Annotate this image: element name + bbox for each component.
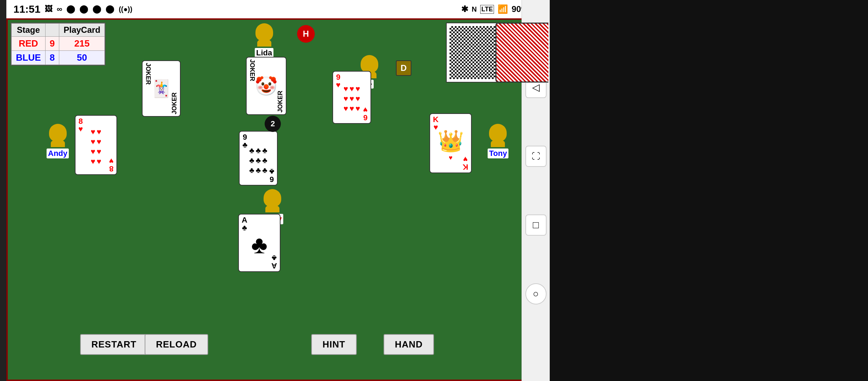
card-8h-suit-top: ♥ xyxy=(78,125,83,133)
card-kh-corner-bottom: K ♥ xyxy=(463,155,468,171)
tony-label: Tony xyxy=(488,149,508,158)
card-9c-corner-top: 9 ♣ xyxy=(242,133,247,149)
king-figure: 👑 xyxy=(438,128,464,153)
card-8h-corner-top: 8 ♥ xyxy=(78,117,83,133)
status-icon-1: ∞ xyxy=(57,5,62,14)
chrome-icon-2: ⬤ xyxy=(79,5,88,14)
restart-button[interactable]: RESTART xyxy=(80,334,148,355)
badge-d: D xyxy=(396,60,411,76)
bluetooth-icon: ✱ xyxy=(461,4,468,14)
score-table: Stage PlayCard RED 9 215 BLUE 8 50 xyxy=(11,23,106,66)
phone-screen: 11:51 🖼 ∞ ⬤ ⬤ ⬤ ⬤ ((●)) ✱ N LTE 📶 90% 🔋 … xyxy=(6,0,550,381)
card-ace-center: ♣ xyxy=(251,231,267,259)
hint-button[interactable]: HINT xyxy=(311,334,357,355)
screenshot-icon: 🖼 xyxy=(45,5,53,14)
card-8h-center: ♥ ♥ ♥ ♥ ♥ ♥ ♥ ♥ xyxy=(91,127,101,166)
chrome-icon-4: ⬤ xyxy=(106,5,114,14)
card-9-clubs[interactable]: 9 ♣ ♣ ♣ ♣ ♣ ♣ ♣ ♣ ♣ ♣ xyxy=(239,131,278,186)
status-bar-left: 11:51 🖼 ∞ ⬤ ⬤ ⬤ ⬤ ((●)) xyxy=(13,3,132,15)
status-time: 11:51 xyxy=(13,3,41,15)
expand-button[interactable]: ⛶ xyxy=(525,146,547,167)
red-stage: 9 xyxy=(45,37,59,51)
card-9c-corner-bottom: 6 ♣ xyxy=(269,168,274,183)
joker-center-figure: 🤡 xyxy=(255,77,278,95)
lida-label: Lida xyxy=(255,48,273,58)
hand-button[interactable]: HAND xyxy=(384,334,434,355)
card-ace-corner-top: A ♣ xyxy=(242,216,247,232)
card-9-hearts[interactable]: 9 ♥ ♥ ♥ ♥ ♥ ♥ ♥ ♥ ♥ ♥ xyxy=(332,71,371,124)
square-button[interactable]: □ xyxy=(525,214,547,236)
card-ace-clubs[interactable]: A ♣ ♣ A ♣ xyxy=(238,214,281,272)
col-header-playcard: PlayCard xyxy=(59,24,105,37)
player-lida: Lida xyxy=(255,23,273,58)
status-bar: 11:51 🖼 ∞ ⬤ ⬤ ⬤ ⬤ ((●)) ✱ N LTE 📶 90% 🔋 xyxy=(6,0,550,18)
blue-team-label: BLUE xyxy=(12,51,46,65)
card-9h-corner-bottom: 6 ♥ xyxy=(363,106,368,121)
card-king-hearts[interactable]: K ♥ 👑 ♥ K ♥ xyxy=(429,113,472,173)
joker-center-text-bottom: JOKER xyxy=(277,91,284,113)
card-deck[interactable] xyxy=(495,23,550,83)
card-kh-corner-top: K ♥ xyxy=(433,116,439,131)
joker-left-text-bottom: JOKER xyxy=(171,92,178,114)
reload-button[interactable]: RELOAD xyxy=(145,334,208,355)
ace-figure: ♣ xyxy=(251,231,267,259)
signal-icon: 📶 xyxy=(498,4,508,14)
terry-avatar-piece xyxy=(264,189,281,207)
badge-h: H xyxy=(297,25,315,43)
game-area: Stage PlayCard RED 9 215 BLUE 8 50 xyxy=(6,18,550,381)
card-8-hearts[interactable]: 8 ♥ ♥ ♥ ♥ ♥ ♥ ♥ ♥ ♥ xyxy=(75,115,117,175)
card-9h-corner-top: 9 ♥ xyxy=(336,73,340,89)
right-black-area xyxy=(550,0,868,381)
joker-left-figure: 🃏 xyxy=(151,80,172,97)
tony-avatar-piece xyxy=(489,124,507,141)
card-ace-corner-bottom: A ♣ xyxy=(271,254,277,270)
card-joker-left[interactable]: JOKER 🃏 JOKER xyxy=(142,60,181,117)
card-8h-rank-top: 8 xyxy=(78,117,83,125)
wifi-icon: ((●)) xyxy=(119,5,132,13)
blue-playcard: 50 xyxy=(59,51,105,65)
phone-left-edge xyxy=(0,0,6,381)
red-team-label: RED xyxy=(12,37,46,51)
chrome-icon-1: ⬤ xyxy=(66,5,75,14)
lida-avatar-piece xyxy=(255,23,273,41)
card-9h-center: ♥ ♥ ♥ ♥ ♥ ♥ ♥ ♥ ♥ xyxy=(343,84,360,113)
col-header-empty xyxy=(45,24,59,37)
right-top-avatar-piece xyxy=(361,55,378,73)
player-andy: Andy xyxy=(47,124,69,158)
circle-button[interactable]: ○ xyxy=(525,283,547,304)
chrome-icon-3: ⬤ xyxy=(92,5,101,14)
col-header-stage: Stage xyxy=(12,24,46,37)
card-9c-center: ♣ ♣ ♣ ♣ ♣ ♣ ♣ ♣ ♣ xyxy=(249,146,267,175)
joker-center-text-top: JOKER xyxy=(248,59,256,81)
red-playcard: 215 xyxy=(59,37,105,51)
card-kh-center: 👑 ♥ xyxy=(438,128,464,162)
andy-avatar-piece xyxy=(49,124,67,141)
nfc-icon: N xyxy=(472,5,477,13)
player-tony: Tony xyxy=(488,124,508,158)
badge-num-2: 2 xyxy=(265,116,281,132)
card-joker-center[interactable]: JOKER 🤡 JOKER xyxy=(246,57,287,115)
blue-stage: 8 xyxy=(45,51,59,65)
andy-label: Andy xyxy=(47,149,69,158)
joker-left-text-top: JOKER xyxy=(144,63,152,85)
card-8h-corner-bottom: 8 ♥ xyxy=(109,157,114,173)
lte-icon: LTE xyxy=(480,5,494,14)
